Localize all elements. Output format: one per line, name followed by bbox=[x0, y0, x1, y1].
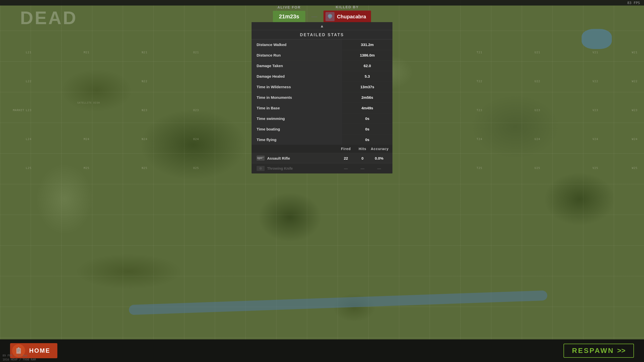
map-label-w23: W23 bbox=[632, 109, 638, 112]
chevron-up-icon: ▲ bbox=[320, 24, 324, 28]
stats-row: Time in Wilderness13m37s bbox=[252, 82, 392, 92]
performance-info: 89 FPS / 11.2ms 1816 HEAP / 7998 RAM bbox=[3, 354, 36, 361]
killer-icon bbox=[326, 12, 335, 21]
stat-label: Time in Monuments bbox=[252, 92, 342, 103]
svg-rect-4 bbox=[330, 18, 331, 18]
weapon-col-accuracy: Accuracy bbox=[371, 147, 387, 151]
map-label-t23: T23 bbox=[476, 109, 482, 112]
svg-point-2 bbox=[330, 15, 331, 16]
stats-row: Time swimming0s bbox=[252, 113, 392, 124]
weapon-header-row: Fired Hits Accuracy bbox=[252, 145, 392, 153]
map-label-l22: L22 bbox=[26, 80, 31, 83]
map-label-t25: T25 bbox=[476, 166, 482, 170]
map-label-m21: M21 bbox=[84, 51, 90, 54]
weapon-fired-partial: — bbox=[338, 166, 354, 171]
stat-label: Distance Run bbox=[252, 50, 342, 60]
map-label-o24: O24 bbox=[193, 138, 199, 141]
stats-row: Damage Healed5.3 bbox=[252, 71, 392, 82]
stats-row: Time boating0s bbox=[252, 124, 392, 134]
stat-value: 2m56s bbox=[342, 92, 392, 103]
stats-row: Time flying0s bbox=[252, 134, 392, 145]
weapon-row-partial: Throwing Knife — — — bbox=[252, 163, 392, 173]
svg-point-1 bbox=[329, 15, 330, 16]
weapon-icon-2 bbox=[257, 166, 265, 171]
dash-separator: — bbox=[311, 13, 317, 20]
map-label-l24: L24 bbox=[26, 138, 31, 141]
map-label-v23: V23 bbox=[592, 109, 598, 112]
stat-value: 0s bbox=[342, 113, 392, 124]
weapon-name-partial: Throwing Knife bbox=[267, 166, 338, 170]
stats-row: Time in Monuments2m56s bbox=[252, 92, 392, 103]
map-label-w25: W25 bbox=[632, 166, 638, 170]
stat-label: Distance Walked bbox=[252, 39, 342, 50]
header-section: ALIVE FOR 21m23s — KILLED BY Chupacabra bbox=[273, 5, 371, 23]
stats-list: Distance Walked331.2mDistance Run1386.0m… bbox=[252, 39, 392, 145]
stat-label: Time swimming bbox=[252, 113, 342, 124]
weapon-name-assault-rifle: Assault Rifle bbox=[267, 156, 338, 160]
weapon-accuracy-assault-rifle: 0.0% bbox=[371, 156, 387, 160]
weapon-row-assault-rifle: Assault Rifle 22 0 0.0% bbox=[252, 153, 392, 163]
alive-for-label: ALIVE FOR bbox=[277, 5, 301, 9]
respawn-label: RESPAWN bbox=[572, 347, 614, 355]
stat-label: Time in Base bbox=[252, 103, 342, 113]
map-label-n21: N21 bbox=[142, 51, 147, 54]
stats-panel: ▲ DETAILED STATS Distance Walked331.2mDi… bbox=[252, 22, 392, 173]
killer-name: Chupacabra bbox=[337, 14, 366, 20]
map-label-l23: L23 bbox=[26, 109, 31, 112]
map-label-u22: U22 bbox=[535, 80, 540, 83]
perf-fps: 89 FPS / 11.2ms bbox=[3, 354, 36, 357]
map-label-t24: T24 bbox=[476, 138, 482, 141]
map-label-u21: U21 bbox=[535, 51, 540, 54]
respawn-chevrons-icon: >> bbox=[617, 347, 625, 355]
svg-rect-6 bbox=[257, 157, 262, 159]
stat-value: 1386.0m bbox=[342, 50, 392, 60]
stat-value: 0s bbox=[342, 134, 392, 145]
map-label-w24: W24 bbox=[632, 138, 638, 141]
stat-label: Damage Healed bbox=[252, 71, 342, 81]
stat-value: 62.0 bbox=[342, 61, 392, 71]
map-label-v21: V21 bbox=[592, 51, 598, 54]
stat-label: Time in Wilderness bbox=[252, 82, 342, 92]
map-label-n24: N24 bbox=[142, 138, 147, 141]
alive-time-badge: 21m23s bbox=[273, 11, 305, 22]
assault-rifle-icon bbox=[257, 156, 265, 161]
svg-rect-13 bbox=[17, 350, 20, 351]
killed-by-label: KILLED BY bbox=[336, 5, 359, 9]
stat-label: Time flying bbox=[252, 134, 342, 145]
stat-value: 331.2m bbox=[342, 39, 392, 50]
map-label-l21: L21 bbox=[26, 51, 31, 54]
map-label-o21: O21 bbox=[193, 51, 199, 54]
top-bar: 83 FPS bbox=[0, 0, 644, 6]
bottom-bar: HOME RESPAWN >> bbox=[0, 339, 644, 362]
fps-counter: 83 FPS bbox=[627, 1, 640, 5]
svg-rect-11 bbox=[16, 348, 21, 354]
collapse-button[interactable]: ▲ bbox=[252, 22, 392, 30]
svg-rect-7 bbox=[262, 157, 264, 158]
map-label-u24: U24 bbox=[535, 138, 540, 141]
stats-row: Distance Walked331.2m bbox=[252, 39, 392, 50]
map-label-w21: W21 bbox=[632, 51, 638, 54]
home-label: HOME bbox=[29, 347, 50, 354]
weapon-col-fired: Fired bbox=[338, 147, 354, 151]
map-label-n22: N22 bbox=[142, 80, 147, 83]
map-label-m25: M25 bbox=[84, 166, 90, 170]
svg-point-10 bbox=[259, 167, 262, 170]
map-label-u25: U25 bbox=[535, 166, 540, 170]
respawn-button[interactable]: RESPAWN >> bbox=[564, 344, 634, 358]
stat-value: 5.3 bbox=[342, 71, 392, 81]
stat-value: 13m37s bbox=[342, 82, 392, 92]
map-label-l25: L25 bbox=[26, 166, 31, 170]
svg-rect-8 bbox=[259, 159, 260, 160]
stats-row: Damage Taken62.0 bbox=[252, 61, 392, 71]
stat-value: 4m49s bbox=[342, 103, 392, 113]
stat-label: Damage Taken bbox=[252, 61, 342, 71]
map-water-top-right bbox=[582, 29, 612, 49]
stats-row: Distance Run1386.0m bbox=[252, 50, 392, 61]
stat-value: 0s bbox=[342, 124, 392, 134]
map-label-m24: M24 bbox=[84, 138, 90, 141]
svg-rect-3 bbox=[329, 18, 330, 18]
svg-rect-12 bbox=[17, 349, 20, 350]
map-label-v25: V25 bbox=[592, 166, 598, 170]
detailed-stats-title: DETAILED STATS bbox=[252, 30, 392, 39]
weapon-hits-assault-rifle: 0 bbox=[354, 156, 371, 160]
